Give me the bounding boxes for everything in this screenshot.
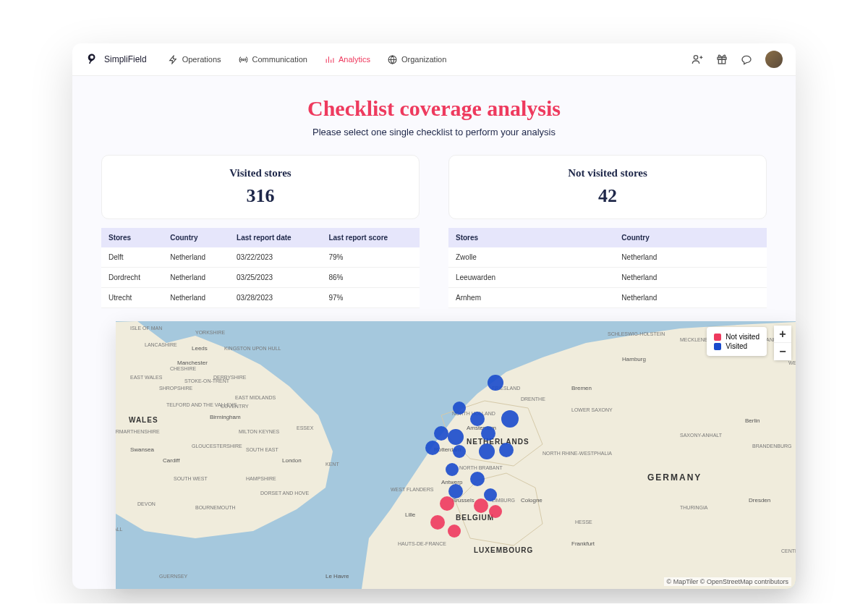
legend-swatch-pink	[714, 334, 721, 341]
table-row[interactable]: ZwolleNetherland	[448, 247, 767, 268]
svg-text:SOUTH WEST: SOUTH WEST	[174, 476, 208, 481]
svg-text:KENT: KENT	[326, 462, 339, 467]
brand-name: SimpliField	[104, 54, 147, 64]
svg-point-97	[448, 525, 461, 538]
svg-text:Antwerp: Antwerp	[441, 479, 463, 485]
svg-text:Manchester: Manchester	[177, 360, 208, 366]
notvisited-card: Not visited stores 42	[448, 155, 767, 219]
avatar[interactable]	[765, 51, 783, 68]
svg-text:ESSEX: ESSEX	[297, 425, 314, 430]
notvisited-label: Not visited stores	[461, 167, 754, 179]
content: Checklist coverage analysis Please selec…	[72, 76, 796, 589]
legend-visited: Visited	[714, 342, 760, 350]
svg-point-90	[470, 472, 485, 486]
svg-text:DRENTHE: DRENTHE	[521, 396, 545, 402]
topbar: SimpliField Operations Communication Ana…	[72, 43, 796, 76]
svg-text:Birmingham: Birmingham	[210, 414, 241, 420]
svg-point-0	[242, 59, 244, 60]
svg-text:SCHLESWIG-HOLSTEIN: SCHLESWIG-HOLSTEIN	[608, 331, 665, 336]
svg-text:Swansea: Swansea	[130, 446, 154, 453]
app-window: SimpliField Operations Communication Ana…	[72, 43, 796, 589]
svg-text:EAST MIDLANDS: EAST MIDLANDS	[235, 395, 276, 400]
gift-icon[interactable]	[716, 54, 728, 65]
svg-text:Cologne: Cologne	[521, 497, 542, 504]
svg-text:SOUTH EAST: SOUTH EAST	[246, 447, 278, 452]
svg-text:CENTRAL BOHEMIA: CENTRAL BOHEMIA	[781, 548, 796, 553]
svg-point-80	[470, 412, 485, 426]
svg-point-84	[481, 426, 495, 441]
nav-analytics[interactable]: Analytics	[325, 55, 370, 64]
svg-text:BELGIUM: BELGIUM	[456, 514, 494, 522]
svg-point-85	[425, 441, 440, 455]
svg-text:ISLE OF MAN: ISLE OF MAN	[130, 326, 162, 331]
map-container[interactable]: ISLE OF MAN YORKSHIRE LANCASHIRE Leeds K…	[116, 321, 796, 589]
svg-point-92	[484, 488, 497, 501]
nav-organization-label: Organization	[401, 55, 446, 64]
svg-text:Bremen: Bremen	[571, 385, 592, 391]
nav-operations[interactable]: Operations	[169, 55, 221, 64]
svg-point-96	[430, 515, 445, 530]
svg-text:WEST POMERANIAN VOIVODESHIP: WEST POMERANIAN VOIVODESHIP	[788, 360, 796, 365]
table-row[interactable]: ArnhemNetherland	[448, 288, 767, 308]
svg-point-95	[489, 505, 502, 518]
svg-text:COVENTRY: COVENTRY	[221, 404, 249, 409]
nav-communication[interactable]: Communication	[239, 55, 307, 64]
th-stores[interactable]: Stores	[448, 228, 614, 247]
svg-text:BRANDENBURG: BRANDENBURG	[752, 443, 791, 449]
svg-text:GERMANY: GERMANY	[647, 472, 702, 483]
svg-point-91	[448, 484, 463, 498]
svg-text:DEVON: DEVON	[137, 501, 156, 506]
table-row[interactable]: DelftNetherland03/22/202379%	[101, 247, 420, 268]
th-date[interactable]: Last report date	[229, 228, 321, 247]
th-country[interactable]: Country	[163, 228, 229, 247]
svg-text:CHESHIRE: CHESHIRE	[170, 366, 197, 371]
svg-text:EAST WALES: EAST WALES	[130, 375, 163, 380]
svg-point-87	[479, 443, 495, 459]
svg-text:THURINGIA: THURINGIA	[680, 505, 708, 510]
svg-text:CARMARTHENSHIRE: CARMARTHENSHIRE	[116, 429, 160, 434]
page-title: Checklist coverage analysis	[101, 96, 767, 121]
svg-text:LANCASHIRE: LANCASHIRE	[145, 342, 177, 347]
table-row[interactable]: UtrechtNetherland03/28/202397%	[101, 288, 420, 308]
table-row[interactable]: DordrechtNetherland03/25/202386%	[101, 268, 420, 288]
map-attribution: © MapTiler © OpenStreetMap contributors	[664, 577, 792, 586]
visited-table: Stores Country Last report date Last rep…	[101, 228, 420, 308]
logo-icon	[85, 53, 98, 66]
svg-text:GLOUCESTERSHIRE: GLOUCESTERSHIRE	[192, 443, 242, 449]
organization-icon	[388, 55, 397, 64]
map[interactable]: ISLE OF MAN YORKSHIRE LANCASHIRE Leeds K…	[116, 321, 796, 589]
svg-text:BOURNEMOUTH: BOURNEMOUTH	[195, 505, 236, 510]
svg-text:Frankfurt: Frankfurt	[571, 540, 595, 547]
map-zoom: + −	[774, 326, 791, 360]
notvisited-count: 42	[461, 185, 754, 207]
svg-text:DORSET AND HOVE: DORSET AND HOVE	[260, 491, 309, 496]
stats-row: Visited stores 316 Not visited stores 42	[101, 155, 767, 219]
topbar-right	[692, 51, 783, 68]
zoom-out-button[interactable]: −	[774, 343, 791, 360]
operations-icon	[169, 55, 178, 64]
svg-text:SAXONY-ANHALT: SAXONY-ANHALT	[680, 433, 723, 438]
table-row[interactable]: LeeuwardenNetherland	[448, 268, 767, 288]
svg-text:Lille: Lille	[405, 512, 416, 518]
th-country[interactable]: Country	[614, 228, 767, 247]
th-score[interactable]: Last report score	[321, 228, 420, 247]
svg-text:Dresden: Dresden	[749, 497, 770, 504]
users-icon[interactable]	[692, 54, 703, 65]
svg-point-81	[501, 410, 519, 428]
analytics-icon	[325, 55, 334, 64]
chat-icon[interactable]	[741, 54, 752, 65]
svg-text:SHROPSHIRE: SHROPSHIRE	[159, 386, 193, 391]
svg-point-79	[453, 402, 466, 415]
visited-label: Visited stores	[114, 167, 407, 179]
svg-text:DERBYSHIRE: DERBYSHIRE	[213, 375, 247, 380]
svg-text:LUXEMBOURG: LUXEMBOURG	[474, 546, 533, 554]
nav-organization[interactable]: Organization	[388, 55, 446, 64]
zoom-in-button[interactable]: +	[774, 326, 791, 343]
svg-point-93	[440, 496, 454, 511]
communication-icon	[239, 55, 248, 64]
brand: SimpliField	[85, 53, 147, 66]
svg-point-88	[499, 443, 514, 457]
legend-swatch-blue	[714, 343, 721, 350]
th-stores[interactable]: Stores	[101, 228, 163, 247]
svg-text:YORKSHIRE: YORKSHIRE	[195, 330, 226, 335]
